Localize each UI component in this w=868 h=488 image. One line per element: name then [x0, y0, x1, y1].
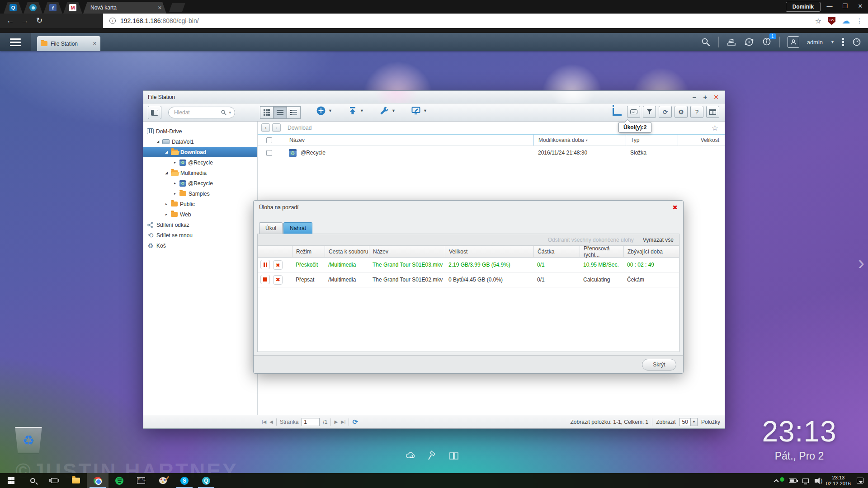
collapse-arrow-icon[interactable]: ▸	[164, 212, 169, 216]
list-view-button[interactable]	[274, 106, 287, 119]
column-header-size[interactable]: Velikost	[445, 246, 533, 257]
sidebar-item-download[interactable]: ◢Download	[143, 147, 257, 157]
next-page-button[interactable]: ▶	[334, 419, 338, 424]
close-icon[interactable]: ✕	[93, 41, 97, 47]
settings-button[interactable]: ⚙	[675, 106, 688, 118]
sidebar-item-recycle-download[interactable]: ▸@Recycle	[143, 157, 257, 168]
browser-menu-icon[interactable]: ⋮	[856, 17, 863, 24]
window-minimize-button[interactable]: –	[689, 91, 699, 103]
detail-view-button[interactable]	[287, 106, 301, 119]
sidebar-item-trash[interactable]: ♻Koš	[143, 240, 257, 251]
book-dock-icon[interactable]	[448, 450, 460, 462]
tools-menu-button[interactable]: ▼	[379, 106, 396, 116]
upload-menu-button[interactable]: ▼	[348, 106, 364, 116]
chevron-down-icon[interactable]: ▾	[229, 110, 231, 115]
favorite-star-icon[interactable]: ☆	[712, 123, 718, 133]
remote-connection-button[interactable]	[627, 106, 640, 118]
network-tray-icon[interactable]	[802, 479, 809, 483]
tab-gmail[interactable]: M	[63, 2, 82, 14]
desktop-next-arrow[interactable]: ›	[858, 252, 864, 274]
page-size-select[interactable]: 50▼	[679, 418, 698, 426]
chevron-down-icon[interactable]: ▼	[830, 40, 835, 44]
back-button[interactable]: ‹	[261, 123, 270, 132]
cancel-task-button[interactable]: ✖	[273, 275, 283, 285]
column-header-modified[interactable]: Modifikovaná doba▾	[533, 135, 626, 145]
qfinder-button[interactable]: Q	[195, 473, 217, 488]
column-header-name[interactable]: Název	[369, 246, 445, 257]
forward-button[interactable]: →	[18, 14, 32, 28]
cancel-task-button[interactable]: ✖	[273, 260, 283, 270]
expand-arrow-icon[interactable]: ◢	[164, 171, 169, 175]
command-prompt-button[interactable]: C:\_	[130, 473, 152, 488]
sidebar-item-datavol1[interactable]: ◢DataVol1	[143, 136, 257, 147]
prev-page-button[interactable]: ◀	[269, 419, 273, 424]
dashboard-gauge-icon[interactable]	[852, 37, 862, 47]
ublock-extension-icon[interactable]: UO	[828, 17, 835, 25]
sidebar-item-samples[interactable]: ▸Samples	[143, 188, 257, 199]
window-close-button[interactable]: ✕	[711, 91, 721, 103]
page-input[interactable]: 1	[302, 418, 320, 426]
refresh-button[interactable]: ⟳	[659, 106, 672, 118]
dialog-close-button[interactable]: ✖	[672, 204, 678, 211]
first-page-button[interactable]: |◀	[262, 419, 266, 424]
hidden-icons-chevron[interactable]	[774, 479, 778, 484]
main-menu-button[interactable]	[0, 33, 31, 51]
stop-task-button[interactable]	[260, 275, 270, 284]
window-maximize-button[interactable]: +	[700, 91, 710, 103]
desktop-recycle-bin[interactable]: ♻	[14, 427, 42, 453]
tray-clock[interactable]: 23:13 02.12.2016	[826, 475, 851, 487]
browser-profile-button[interactable]: Dominik	[786, 2, 821, 12]
last-page-button[interactable]: ▶|	[341, 419, 345, 424]
breadcrumb[interactable]: Download	[288, 125, 311, 131]
collapse-arrow-icon[interactable]: ▸	[173, 181, 177, 185]
start-button[interactable]	[0, 473, 22, 488]
tab-close-icon[interactable]: ✕	[158, 5, 162, 11]
sidebar-item-web[interactable]: ▸Web	[143, 209, 257, 220]
dialog-titlebar[interactable]: Úloha na pozadí ✖	[254, 201, 683, 214]
browser-minimize-button[interactable]: —	[822, 0, 837, 13]
cloud-extension-icon[interactable]: ☁	[842, 16, 850, 26]
user-avatar-icon[interactable]	[788, 36, 799, 48]
tab-qnap[interactable]: Q	[4, 2, 23, 14]
collapse-arrow-icon[interactable]: ▸	[173, 192, 177, 196]
column-header-name[interactable]: Název	[281, 135, 533, 145]
omnibox[interactable]: i 192.168.1.186:8080/cgi-bin/ ☆ UO ☁ ⋮	[103, 14, 868, 28]
chrome-button[interactable]	[87, 473, 108, 488]
search-icon[interactable]	[701, 37, 711, 47]
bookmark-star-icon[interactable]: ☆	[815, 17, 821, 25]
file-explorer-button[interactable]	[65, 473, 87, 488]
task-row-1[interactable]: ✖ Přeskočit /Multimedia The Grand Tour S…	[258, 258, 679, 272]
background-task-icon[interactable]	[613, 108, 622, 116]
column-header-count[interactable]: Částka	[533, 246, 580, 257]
notifications-button[interactable]: 1	[762, 37, 772, 48]
sidebar-item-dom-drive[interactable]: DoM-Drive	[143, 126, 257, 136]
clear-all-link[interactable]: Vymazat vše	[643, 237, 674, 243]
tab-new-tab[interactable]: Nová karta ✕	[83, 2, 166, 14]
column-header-remaining[interactable]: Zbývající doba	[623, 246, 679, 257]
reload-button[interactable]: ↻	[33, 14, 46, 28]
file-row-recycle[interactable]: @Recycle 2016/11/24 21:48:30 Složka	[258, 146, 725, 160]
expand-arrow-icon[interactable]: ◢	[156, 140, 160, 144]
taskbar-search-button[interactable]	[22, 473, 43, 488]
collapse-arrow-icon[interactable]: ▸	[164, 202, 169, 206]
remove-finished-link[interactable]: Odstranit všechny dokončené úlohy	[548, 237, 634, 243]
thumbnail-view-button[interactable]	[260, 106, 274, 119]
task-view-button[interactable]	[43, 473, 65, 488]
tab-facebook[interactable]: f	[43, 2, 62, 14]
tab-ukol[interactable]: Úkol	[259, 222, 283, 234]
back-button[interactable]: ←	[4, 14, 17, 28]
column-header-path[interactable]: Cesta k souboru	[325, 246, 369, 257]
skype-button[interactable]: S	[174, 473, 195, 488]
create-menu-button[interactable]: ▼	[316, 106, 332, 116]
sidebar-item-share-links[interactable]: Sdílení odkaz	[143, 220, 257, 230]
page-info-icon[interactable]: i	[109, 18, 116, 24]
task-row-2[interactable]: ✖ Přepsat /Multimedia The Grand Tour S01…	[258, 272, 679, 287]
file-station-taskbar-tab[interactable]: File Station ✕	[37, 36, 100, 51]
browser-close-button[interactable]: ✕	[853, 0, 868, 13]
forward-button[interactable]: ›	[272, 123, 281, 132]
tab-nahrat[interactable]: Nahrát	[283, 222, 312, 234]
pause-task-button[interactable]	[260, 260, 270, 269]
window-titlebar[interactable]: File Station – + ✕	[143, 91, 725, 103]
hide-button[interactable]: Skrýt	[642, 359, 676, 371]
help-button[interactable]: ?	[690, 106, 703, 118]
